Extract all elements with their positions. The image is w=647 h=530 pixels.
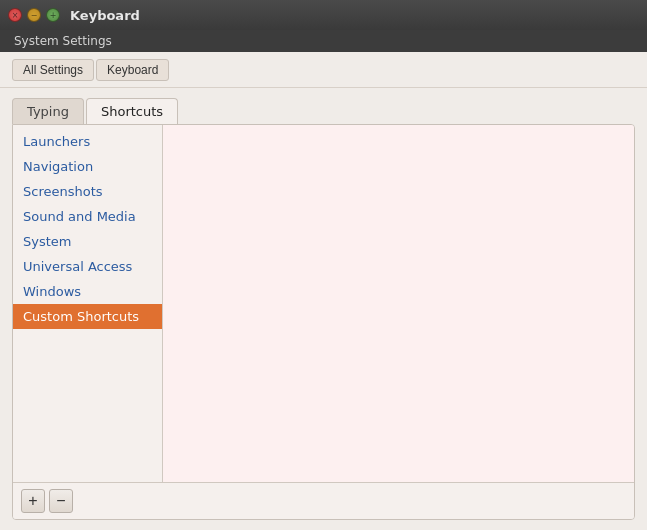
sidebar-item-screenshots[interactable]: Screenshots — [13, 179, 162, 204]
tab-shortcuts[interactable]: Shortcuts — [86, 98, 178, 124]
breadcrumb: All Settings Keyboard — [0, 52, 647, 88]
panel-toolbar: + − — [13, 482, 634, 519]
sidebar-item-custom-shortcuts[interactable]: Custom Shortcuts — [13, 304, 162, 329]
close-icon: × — [12, 11, 19, 20]
shortcuts-panel: Launchers Navigation Screenshots Sound a… — [12, 124, 635, 520]
remove-shortcut-button[interactable]: − — [49, 489, 73, 513]
shortcuts-sidebar: Launchers Navigation Screenshots Sound a… — [13, 125, 163, 482]
titlebar: × − + Keyboard — [0, 0, 647, 30]
menubar: System Settings — [0, 30, 647, 52]
sidebar-item-windows[interactable]: Windows — [13, 279, 162, 304]
maximize-icon: + — [50, 11, 57, 20]
add-shortcut-button[interactable]: + — [21, 489, 45, 513]
tab-typing[interactable]: Typing — [12, 98, 84, 124]
sidebar-item-sound-and-media[interactable]: Sound and Media — [13, 204, 162, 229]
panel-body: Launchers Navigation Screenshots Sound a… — [13, 125, 634, 482]
menubar-item-system-settings[interactable]: System Settings — [8, 32, 118, 50]
close-button[interactable]: × — [8, 8, 22, 22]
sidebar-item-launchers[interactable]: Launchers — [13, 129, 162, 154]
tab-bar: Typing Shortcuts — [12, 98, 635, 124]
keyboard-button[interactable]: Keyboard — [96, 59, 169, 81]
sidebar-item-navigation[interactable]: Navigation — [13, 154, 162, 179]
window-controls: × − + — [8, 8, 60, 22]
main-content: Typing Shortcuts Launchers Navigation Sc… — [0, 88, 647, 530]
minimize-icon: − — [31, 11, 38, 20]
shortcuts-content-area — [163, 125, 634, 482]
minimize-button[interactable]: − — [27, 8, 41, 22]
window-title: Keyboard — [70, 8, 140, 23]
all-settings-button[interactable]: All Settings — [12, 59, 94, 81]
sidebar-item-universal-access[interactable]: Universal Access — [13, 254, 162, 279]
maximize-button[interactable]: + — [46, 8, 60, 22]
sidebar-item-system[interactable]: System — [13, 229, 162, 254]
